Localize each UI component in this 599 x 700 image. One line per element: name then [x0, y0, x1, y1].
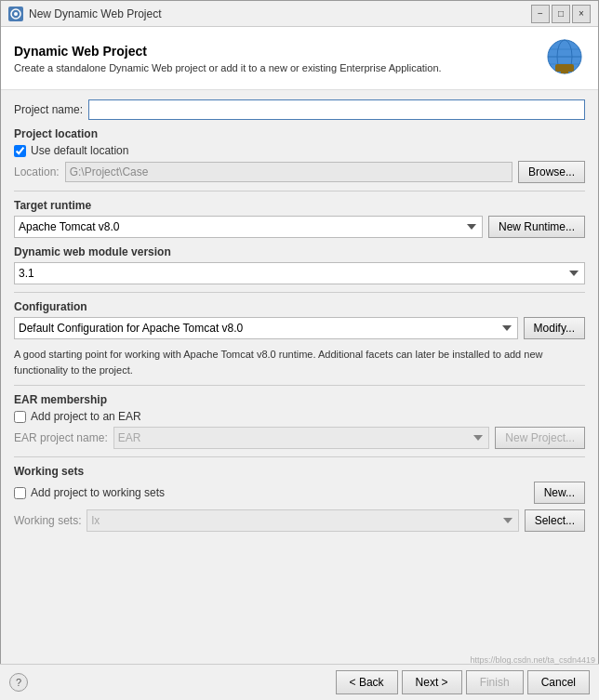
finish-button[interactable]: Finish [466, 670, 524, 694]
window-title: New Dynamic Web Project [29, 7, 531, 20]
header-text: Dynamic Web Project Create a standalone … [14, 44, 442, 73]
back-button[interactable]: < Back [336, 670, 398, 694]
add-to-ear-label[interactable]: Add project to an EAR [31, 410, 141, 423]
target-runtime-section-label: Target runtime [14, 199, 585, 212]
target-runtime-select[interactable]: Apache Tomcat v8.0 [14, 216, 483, 238]
ear-project-name-label: EAR project name: [14, 431, 108, 444]
use-default-location-checkbox-label[interactable]: Use default location [31, 144, 128, 157]
use-default-location-checkbox[interactable] [14, 145, 26, 157]
add-to-ear-checkbox[interactable] [14, 411, 26, 423]
select-button[interactable]: Select... [525, 509, 585, 532]
dialog-header: Dynamic Web Project Create a standalone … [1, 27, 598, 90]
modify-button[interactable]: Modify... [524, 317, 585, 339]
window-icon [8, 7, 23, 21]
working-sets-label: Working sets: [14, 514, 81, 527]
dialog-title: Dynamic Web Project [14, 44, 442, 59]
maximize-button[interactable]: □ [552, 5, 570, 23]
working-sets-section-label: Working sets [14, 465, 585, 478]
use-default-location-row: Use default location [14, 144, 585, 157]
configuration-select[interactable]: Default Configuration for Apache Tomcat … [14, 317, 518, 339]
dialog-footer: ? < Back Next > Finish Cancel [0, 664, 599, 700]
ear-project-name-row: EAR project name: EAR New Project... [14, 427, 585, 449]
location-row: Location: Browse... [14, 161, 585, 183]
web-module-version-row: 3.1 [14, 262, 585, 284]
add-to-working-sets-checkbox[interactable] [14, 487, 26, 499]
window-controls: − □ × [531, 5, 591, 23]
project-name-input[interactable] [88, 99, 585, 120]
project-location-label: Project location [14, 127, 585, 140]
new-working-set-button[interactable]: New... [534, 482, 585, 504]
minimize-button[interactable]: − [531, 5, 550, 23]
new-project-button[interactable]: New Project... [495, 427, 585, 449]
ear-membership-label: EAR membership [14, 393, 585, 406]
new-runtime-button[interactable]: New Runtime... [488, 216, 585, 238]
svg-point-1 [14, 12, 18, 16]
close-button[interactable]: × [572, 5, 591, 23]
location-input[interactable] [65, 162, 512, 182]
dialog-subtitle: Create a standalone Dynamic Web project … [14, 62, 442, 73]
ear-project-name-select[interactable]: EAR [113, 427, 490, 449]
working-sets-row: Working sets: lx Select... [14, 509, 585, 532]
working-sets-select[interactable]: lx [87, 509, 518, 532]
divider-1 [14, 191, 585, 192]
watermark: https://blog.csdn.net/ta_csdn4419 [466, 654, 599, 667]
configuration-row: Default Configuration for Apache Tomcat … [14, 317, 585, 339]
main-content: Project name: Project location Use defau… [1, 90, 598, 656]
svg-rect-8 [561, 70, 568, 73]
browse-button[interactable]: Browse... [518, 161, 585, 183]
divider-3 [14, 385, 585, 386]
divider-2 [14, 292, 585, 293]
target-runtime-row: Apache Tomcat v8.0 New Runtime... [14, 216, 585, 238]
project-name-label: Project name: [14, 103, 83, 116]
divider-4 [14, 456, 585, 457]
web-module-version-select[interactable]: 3.1 [14, 262, 585, 284]
next-button[interactable]: Next > [402, 670, 462, 694]
location-label: Location: [14, 165, 60, 178]
header-icon [544, 36, 585, 80]
add-to-working-sets-label[interactable]: Add project to working sets [31, 486, 165, 499]
add-to-working-sets-row: Add project to working sets [14, 486, 528, 499]
project-name-row: Project name: [14, 99, 585, 120]
web-module-version-label: Dynamic web module version [14, 245, 585, 258]
add-to-ear-row: Add project to an EAR [14, 410, 585, 423]
help-button[interactable]: ? [9, 673, 28, 692]
configuration-description: A good starting point for working with A… [14, 347, 585, 377]
cancel-button[interactable]: Cancel [527, 670, 590, 694]
configuration-section-label: Configuration [14, 300, 585, 313]
title-bar: New Dynamic Web Project − □ × [1, 1, 598, 27]
